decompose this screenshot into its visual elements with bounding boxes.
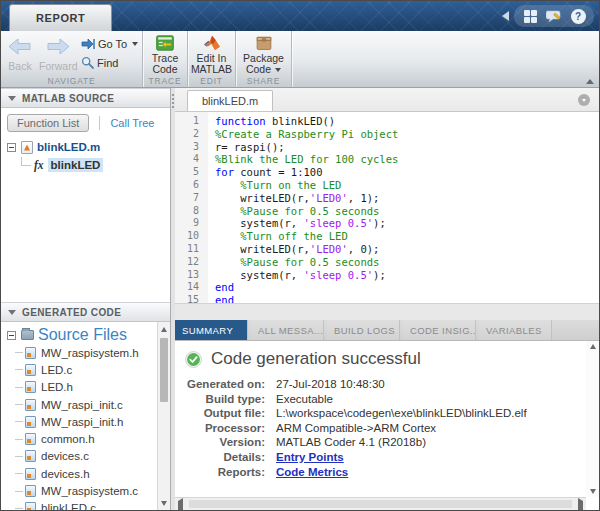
code-text: %Pause for 0.5 seconds bbox=[208, 205, 379, 218]
collapse-toolstrip-icon[interactable] bbox=[586, 79, 594, 84]
scrollbar-thumb[interactable] bbox=[160, 338, 168, 402]
code-line[interactable]: 6 %Turn on the LED bbox=[175, 179, 599, 192]
code-line[interactable]: 11 writeLED(r,'LED0', 0); bbox=[175, 243, 599, 256]
summary-row-label: Details: bbox=[185, 450, 265, 465]
editor-tab-blinkled-m[interactable]: blinkLED.m bbox=[187, 90, 273, 111]
generated-file-name: common.h bbox=[41, 433, 95, 445]
generated-files-scrollbar[interactable] bbox=[157, 322, 170, 510]
tree-expander-icon[interactable] bbox=[7, 143, 16, 152]
goto-icon bbox=[81, 38, 95, 50]
code-line[interactable]: 8 %Pause for 0.5 seconds bbox=[175, 205, 599, 218]
collapse-banner-icon[interactable] bbox=[502, 11, 509, 21]
generated-file-item[interactable]: MW_raspisystem.c bbox=[1, 482, 156, 499]
source-file-icon bbox=[25, 399, 36, 411]
tree-item-blinkled-m[interactable]: blinkLED.m bbox=[1, 138, 170, 156]
editor-actions-icon[interactable] bbox=[578, 94, 590, 106]
summary-row-value: 27-Jul-2018 10:48:30 bbox=[265, 377, 385, 392]
scrollbar-thumb[interactable] bbox=[189, 500, 572, 508]
tree-item-source-files[interactable]: Source Files bbox=[1, 326, 156, 344]
summary-row: Processor:ARM Compatible->ARM Cortex bbox=[185, 421, 585, 436]
report-tab-all-messa[interactable]: ALL MESSA... bbox=[251, 320, 324, 340]
report-tab-summary[interactable]: SUMMARY bbox=[175, 320, 248, 340]
code-line[interactable]: 1function blinkLED() bbox=[175, 115, 599, 128]
code-line[interactable]: 3r= raspi(); bbox=[175, 141, 599, 154]
generated-file-item[interactable]: devices.h bbox=[1, 465, 156, 482]
generated-file-item[interactable]: blinkLED.c bbox=[1, 500, 156, 510]
tree-connector bbox=[15, 491, 23, 492]
scroll-up-button[interactable] bbox=[586, 344, 599, 349]
generated-file-item[interactable]: devices.c bbox=[1, 448, 156, 465]
code-line[interactable]: 13 system(r, 'sleep 0.5'); bbox=[175, 269, 599, 282]
trace-code-button[interactable]: Trace Code bbox=[143, 31, 187, 75]
banner-icon-group: ? bbox=[514, 5, 594, 27]
generated-code-header[interactable]: GENERATED CODE bbox=[1, 302, 170, 322]
goto-button[interactable]: Go To bbox=[81, 38, 138, 50]
generated-file-name: MW_raspi_init.c bbox=[41, 399, 123, 411]
mfile-name: blinkLED.m bbox=[37, 141, 100, 153]
call-tree-link[interactable]: Call Tree bbox=[110, 117, 154, 129]
generated-file-item[interactable]: MW_raspisystem.h bbox=[1, 344, 156, 361]
summary-row: Generated on:27-Jul-2018 10:48:30 bbox=[185, 377, 585, 392]
back-label: Back bbox=[1, 60, 39, 72]
back-button[interactable]: Back bbox=[1, 36, 39, 72]
code-line[interactable]: 15end bbox=[175, 294, 599, 303]
forward-button[interactable]: Forward bbox=[39, 36, 77, 72]
group-label-edit: EDIT bbox=[188, 76, 235, 86]
code-editor[interactable]: 1function blinkLED()2%Create a Raspberry… bbox=[175, 112, 599, 303]
main-panel: blinkLED.m 1function blinkLED()2%Create … bbox=[175, 88, 599, 510]
summary-row-label: Output file: bbox=[185, 406, 265, 421]
code-line[interactable]: 12 %Pause for 0.5 seconds bbox=[175, 256, 599, 269]
code-line[interactable]: 9 system(r, 'sleep 0.5'); bbox=[175, 217, 599, 230]
code-line[interactable]: 4%Blink the LED for 100 cycles bbox=[175, 153, 599, 166]
generated-file-item[interactable]: LED.h bbox=[1, 379, 156, 396]
scroll-left-button[interactable] bbox=[178, 501, 183, 510]
code-line[interactable]: 10 %Turn off the LED bbox=[175, 230, 599, 243]
report-tab-label: REPORT bbox=[36, 12, 85, 24]
scroll-right-button[interactable] bbox=[578, 501, 583, 510]
help-icon: ? bbox=[571, 9, 586, 24]
code-line[interactable]: 2%Create a Raspberry Pi object bbox=[175, 128, 599, 141]
tree-expander-icon[interactable] bbox=[7, 331, 16, 340]
function-list-button[interactable]: Function List bbox=[7, 114, 89, 132]
matlab-source-header[interactable]: MATLAB SOURCE bbox=[1, 88, 170, 108]
report-tab-code-insig[interactable]: CODE INSIG... bbox=[403, 320, 476, 340]
code-text: system(r, 'sleep 0.5'); bbox=[208, 217, 386, 230]
generated-file-item[interactable]: common.h bbox=[1, 430, 156, 447]
tree-item-blinkled-function[interactable]: fx blinkLED bbox=[1, 156, 170, 174]
package-code-button[interactable]: Package Code bbox=[236, 31, 291, 75]
find-button[interactable]: Find bbox=[81, 56, 138, 69]
scroll-down-button[interactable] bbox=[586, 489, 599, 494]
summary-row: Reports:Code Metrics bbox=[185, 465, 585, 480]
source-file-icon bbox=[25, 502, 36, 510]
summary-link[interactable]: Code Metrics bbox=[265, 465, 348, 480]
line-number: 14 bbox=[175, 281, 208, 294]
generated-file-item[interactable]: MW_raspi_init.c bbox=[1, 396, 156, 413]
generated-file-name: MW_raspi_init.h bbox=[41, 416, 123, 428]
edit-in-matlab-button[interactable]: Edit In MATLAB bbox=[188, 31, 235, 75]
help-button[interactable]: ? bbox=[569, 7, 587, 25]
layout-grid-button[interactable] bbox=[521, 7, 539, 25]
summary-hscrollbar[interactable] bbox=[175, 497, 586, 510]
generated-file-item[interactable]: LED.c bbox=[1, 361, 156, 378]
scroll-down-button[interactable] bbox=[158, 497, 170, 509]
package-code-icon bbox=[253, 35, 275, 51]
feedback-button[interactable] bbox=[545, 7, 563, 25]
report-tab-variables[interactable]: VARIABLES bbox=[479, 320, 552, 340]
code-line[interactable]: 14end bbox=[175, 281, 599, 294]
summary-vscrollbar[interactable] bbox=[586, 341, 599, 497]
report-tab-build-logs[interactable]: BUILD LOGS bbox=[327, 320, 400, 340]
generated-file-name: LED.h bbox=[41, 381, 73, 393]
code-line[interactable]: 5for count = 1:100 bbox=[175, 166, 599, 179]
goto-label: Go To bbox=[98, 38, 127, 50]
code-text: %Create a Raspberry Pi object bbox=[208, 128, 398, 141]
code-line[interactable]: 7 writeLED(r,'LED0', 1); bbox=[175, 192, 599, 205]
summary-row-value: MATLAB Coder 4.1 (R2018b) bbox=[265, 435, 426, 450]
generated-file-item[interactable]: MW_raspi_init.h bbox=[1, 413, 156, 430]
line-number: 5 bbox=[175, 166, 208, 179]
matlab-logo-icon bbox=[199, 35, 225, 51]
code-text: r= raspi(); bbox=[208, 141, 285, 154]
tree-connector bbox=[15, 421, 23, 422]
scroll-up-button[interactable] bbox=[158, 323, 170, 335]
tab-report[interactable]: REPORT bbox=[9, 4, 112, 31]
summary-link[interactable]: Entry Points bbox=[265, 450, 344, 465]
